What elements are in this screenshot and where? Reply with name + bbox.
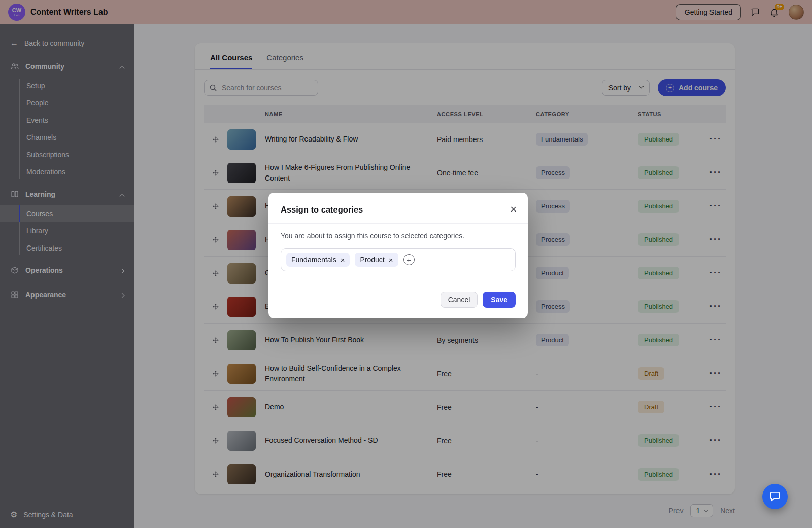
modal-body: You are about to assign this course to s… (268, 224, 528, 273)
add-category-button[interactable]: + (403, 254, 415, 265)
category-chip-product: Product × (355, 253, 398, 267)
modal-footer: Cancel Save (268, 284, 528, 318)
save-button[interactable]: Save (483, 292, 516, 308)
assign-categories-modal: Assign to categories × You are about to … (268, 193, 528, 318)
chat-fab[interactable] (762, 484, 788, 509)
category-chip-input[interactable]: Fundamentals × Product × + (281, 248, 516, 271)
close-icon[interactable]: × (510, 204, 517, 215)
remove-chip-icon[interactable]: × (389, 256, 393, 264)
cancel-button[interactable]: Cancel (441, 292, 478, 308)
chip-label: Fundamentals (291, 256, 336, 264)
chip-label: Product (360, 256, 384, 264)
category-chip-fundamentals: Fundamentals × (286, 253, 350, 267)
modal-description: You are about to assign this course to s… (281, 232, 516, 240)
remove-chip-icon[interactable]: × (341, 256, 345, 264)
modal-header: Assign to categories × (268, 193, 528, 224)
modal-title: Assign to categories (281, 205, 363, 215)
